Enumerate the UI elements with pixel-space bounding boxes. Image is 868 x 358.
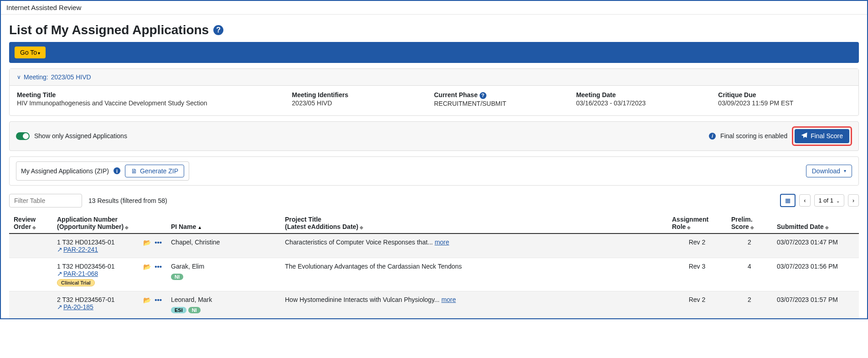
col-prelim-score[interactable]: Prelim. Score◆ — [727, 212, 772, 233]
sort-icon: ◆ — [825, 225, 829, 230]
paper-plane-icon — [801, 132, 807, 140]
window-title: Internet Assisted Review — [1, 1, 867, 15]
opportunity-link[interactable]: ↗PAR-22-241 — [57, 246, 98, 253]
cell-role: Rev 2 — [667, 291, 727, 318]
sort-icon: ◆ — [360, 225, 363, 230]
cell-project-title: Characteristics of Computer Voice Respon… — [280, 233, 667, 258]
meeting-date-label: Meeting Date — [576, 91, 709, 99]
grid-icon: ▦ — [785, 197, 790, 203]
cell-app-number: •••2 T32 HD234567-01↗PA-20-185 — [52, 291, 166, 318]
pi-name-text: Garak, Elim — [171, 263, 276, 270]
more-actions-icon[interactable]: ••• — [155, 239, 162, 246]
page-text: 1 of 1 — [819, 197, 834, 204]
col-score-line1: Prelim. — [731, 216, 753, 223]
goto-label: Go To — [20, 49, 37, 56]
cell-review-order — [9, 291, 52, 318]
opportunity-link[interactable]: ↗PA-20-185 — [57, 303, 93, 311]
page-indicator[interactable]: 1 of 1 ⌄ — [814, 194, 844, 207]
col-review-order[interactable]: Review Order◆ — [9, 212, 52, 233]
final-score-highlight: Final Score — [792, 126, 852, 146]
project-title-text: How Hystomedinine Interacts with Vulcan … — [285, 296, 439, 303]
page-title: List of My Assigned Applications ? — [9, 23, 859, 37]
final-score-button[interactable]: Final Score — [795, 129, 849, 143]
meeting-ids-value: 2023/05 HIVD — [292, 99, 425, 107]
meeting-title-value: HIV Immunopathogenesis and Vaccine Devel… — [17, 99, 283, 107]
options-bar: Show only Assigned Applications i Final … — [9, 121, 859, 151]
sort-icon: ◆ — [125, 225, 129, 230]
zip-label: My Assigned Applications (ZIP) — [21, 167, 109, 175]
meeting-date-value: 03/16/2023 - 03/17/2023 — [576, 99, 709, 107]
table-row: •••1 T32 HD023456-01↗PAR-21-068Clinical … — [9, 258, 859, 291]
clinical-trial-badge: Clinical Trial — [57, 279, 95, 286]
caret-down-icon: ⌄ — [836, 198, 840, 203]
caret-down-icon: ▾ — [38, 51, 40, 56]
caret-down-icon: ▾ — [844, 168, 846, 173]
show-assigned-toggle[interactable] — [16, 132, 30, 140]
cell-app-number: •••1 T32 HD012345-01↗PAR-22-241 — [52, 233, 166, 258]
pi-name-text: Leonard, Mark — [171, 296, 276, 303]
col-app-number[interactable]: Application Number (Opportunity Number)◆ — [52, 212, 166, 233]
info-icon[interactable]: i — [709, 133, 716, 140]
cell-date: 03/07/2023 01:56 PM — [772, 258, 859, 291]
col-date-text: Submitted Date — [777, 223, 824, 230]
results-count: 13 Results (filtered from 58) — [88, 197, 167, 204]
download-label: Download — [812, 167, 840, 175]
project-title-text: The Evolutionary Advantages of the Carda… — [285, 263, 462, 270]
external-link-icon: ↗ — [57, 303, 62, 311]
sort-asc-icon: ▲ — [197, 225, 202, 230]
help-icon[interactable]: ? — [213, 25, 223, 35]
final-score-label: Final Score — [811, 132, 843, 140]
cell-date: 03/07/2023 01:47 PM — [772, 233, 859, 258]
pager: ▦ ‹ 1 of 1 ⌄ › — [780, 194, 859, 207]
cell-role: Rev 2 — [667, 233, 727, 258]
col-pi-name[interactable]: PI Name▲ — [166, 212, 280, 233]
scoring-enabled-text: Final scoring is enabled — [720, 132, 787, 140]
external-link-icon: ↗ — [57, 246, 62, 253]
meeting-title-label: Meeting Title — [17, 91, 283, 99]
zip-bar: My Assigned Applications (ZIP) i 🗎 Gener… — [9, 156, 859, 186]
col-assignment-role[interactable]: Assignment Role◆ — [667, 212, 727, 233]
esi-badge: ESI — [171, 307, 186, 313]
col-project-title[interactable]: Project Title (Latest eAdditions Date)◆ — [280, 212, 667, 233]
meeting-ids-label: Meeting Identifiers — [292, 91, 425, 99]
next-page-button[interactable]: › — [848, 194, 859, 207]
cell-project-title: The Evolutionary Advantages of the Carda… — [280, 258, 667, 291]
more-actions-icon[interactable]: ••• — [155, 263, 162, 270]
sort-icon: ◆ — [750, 225, 754, 230]
chevron-down-icon: ∨ — [17, 74, 21, 80]
phase-help-icon[interactable]: ? — [480, 92, 486, 99]
folder-icon[interactable] — [143, 296, 151, 304]
action-bar: Go To▾ — [9, 42, 859, 63]
pi-name-text: Chapel, Christine — [171, 239, 276, 246]
col-submitted-date[interactable]: Submitted Date◆ — [772, 212, 859, 233]
sort-icon: ◆ — [687, 225, 691, 230]
col-app-line2: (Opportunity Number) — [57, 223, 124, 230]
col-title-line1: Project Title — [285, 216, 321, 223]
meeting-header-label: Meeting: — [24, 73, 48, 81]
meeting-header-value: 2023/05 HIVD — [51, 73, 91, 81]
filter-input[interactable] — [9, 194, 82, 208]
folder-icon[interactable] — [143, 263, 151, 270]
meeting-panel: ∨ Meeting: 2023/05 HIVD Meeting Title HI… — [9, 68, 859, 116]
zip-help-icon[interactable]: i — [114, 167, 120, 174]
opportunity-link[interactable]: ↗PAR-21-068 — [57, 270, 98, 277]
download-button[interactable]: Download ▾ — [806, 165, 852, 177]
cell-role: Rev 3 — [667, 258, 727, 291]
page-title-text: List of My Assigned Applications — [9, 23, 209, 37]
ni-badge: NI — [171, 274, 183, 280]
grid-view-button[interactable]: ▦ — [780, 194, 796, 207]
table-controls: 13 Results (filtered from 58) ▦ ‹ 1 of 1… — [9, 194, 859, 208]
more-actions-icon[interactable]: ••• — [155, 296, 162, 304]
generate-zip-button[interactable]: 🗎 Generate ZIP — [125, 165, 184, 177]
phase-label-text: Current Phase — [434, 91, 478, 99]
cell-review-order — [9, 258, 52, 291]
prev-page-button[interactable]: ‹ — [799, 194, 810, 207]
more-link[interactable]: more — [441, 296, 456, 303]
col-app-line1: Application Number — [57, 216, 118, 223]
critique-due-value: 03/09/2023 11:59 PM EST — [718, 99, 851, 107]
external-link-icon: ↗ — [57, 270, 62, 277]
folder-icon[interactable] — [143, 239, 151, 246]
meeting-panel-header[interactable]: ∨ Meeting: 2023/05 HIVD — [10, 69, 858, 86]
more-link[interactable]: more — [434, 239, 449, 246]
goto-button[interactable]: Go To▾ — [15, 47, 46, 58]
